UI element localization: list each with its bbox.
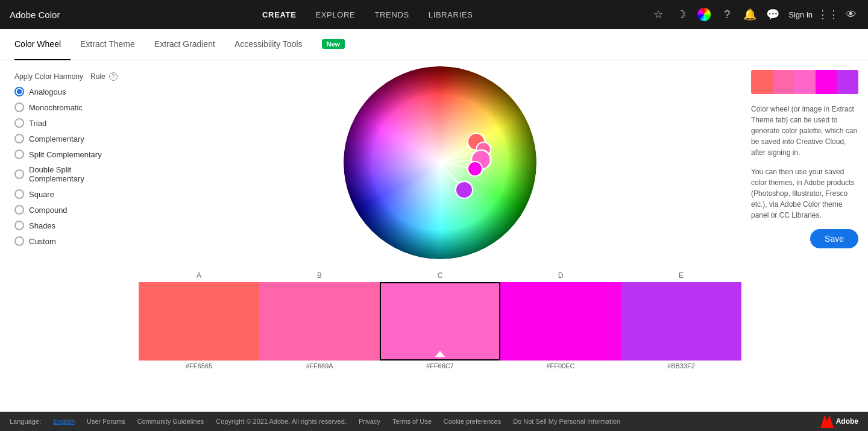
option-triad[interactable]: Triad xyxy=(14,118,127,128)
center-area: A B C D E #FF6565 #FF669A #FF66C7 #FF00E… xyxy=(139,60,741,412)
option-monochromatic[interactable]: Monochromatic xyxy=(14,102,127,112)
tab-new[interactable]: New xyxy=(312,29,355,60)
footer: Language: English User Forums Community … xyxy=(0,412,868,431)
footer-cookies[interactable]: Cookie preferences xyxy=(444,418,501,425)
nav-right-icons: ☆ ☽ ? 🔔 💬 Sign in ⋮⋮ 👁 xyxy=(651,7,858,22)
adobe-brand: Adobe xyxy=(836,417,858,426)
footer-copyright: Copyright © 2021 Adobe. All rights reser… xyxy=(216,418,347,425)
option-custom[interactable]: Custom xyxy=(14,236,127,246)
swatch-active-indicator xyxy=(435,351,445,357)
color-wheel[interactable] xyxy=(344,66,536,259)
radio-complementary xyxy=(14,134,24,143)
radio-split-complementary xyxy=(14,149,24,159)
preview-seg-4 xyxy=(816,70,837,94)
footer-language-label: Language: xyxy=(10,418,41,425)
preview-strip xyxy=(751,70,858,94)
main-layout: Apply Color Harmony Rule ? Analogous Mon… xyxy=(0,60,868,412)
hex-d: #FF00EC xyxy=(500,361,621,373)
star-icon[interactable]: ☆ xyxy=(651,7,665,22)
swatches-row xyxy=(139,282,741,360)
swatch-c[interactable] xyxy=(380,282,500,360)
right-panel: Color wheel (or image in Extract Theme t… xyxy=(741,60,868,412)
tab-color-wheel[interactable]: Color Wheel xyxy=(14,29,71,60)
top-nav: Adobe Color CREATE EXPLORE TRENDS LIBRAR… xyxy=(0,0,868,29)
harmony-options: Analogous Monochromatic Triad Complement… xyxy=(14,87,127,246)
footer-do-not-sell[interactable]: Do Not Sell My Personal Information xyxy=(513,418,620,425)
swatch-label-b: B xyxy=(259,271,380,282)
nav-libraries[interactable]: LIBRARIES xyxy=(429,10,473,19)
swatch-d[interactable] xyxy=(500,282,621,360)
preview-seg-3 xyxy=(794,70,816,94)
footer-user-forums[interactable]: User Forums xyxy=(87,418,125,425)
moon-icon[interactable]: ☽ xyxy=(674,7,688,22)
save-button[interactable]: Save xyxy=(810,229,858,248)
color-wheel-icon[interactable] xyxy=(697,7,711,22)
option-square[interactable]: Square xyxy=(14,189,127,199)
brand-name: Adobe Color xyxy=(10,10,60,20)
sidebar: Apply Color Harmony Rule ? Analogous Mon… xyxy=(0,60,139,412)
radio-analogous xyxy=(14,87,24,96)
option-compound[interactable]: Compound xyxy=(14,205,127,215)
footer-adobe-logo-area: Adobe xyxy=(820,415,858,428)
option-analogous[interactable]: Analogous xyxy=(14,87,127,96)
swatch-label-d: D xyxy=(500,271,621,282)
radio-double-split-complementary xyxy=(14,169,24,179)
tab-extract-theme[interactable]: Extract Theme xyxy=(71,29,145,60)
swatch-label-c: C xyxy=(380,271,500,282)
help-icon[interactable]: ? xyxy=(720,7,734,22)
preview-seg-5 xyxy=(837,70,858,94)
swatch-e[interactable] xyxy=(621,282,741,360)
hex-labels-row: #FF6565 #FF669A #FF66C7 #FF00EC #BB33F2 xyxy=(139,360,741,373)
swatch-b[interactable] xyxy=(259,282,380,360)
radio-shades xyxy=(14,221,24,230)
panel-description-1: Color wheel (or image in Extract Theme t… xyxy=(751,104,858,158)
hex-b: #FF669A xyxy=(259,361,380,373)
footer-privacy[interactable]: Privacy xyxy=(359,418,380,425)
sign-in-link[interactable]: Sign in xyxy=(788,10,813,19)
radio-triad xyxy=(14,118,24,128)
color-wheel-container[interactable] xyxy=(344,66,536,259)
swatch-labels: A B C D E xyxy=(139,271,741,282)
hex-c: #FF66C7 xyxy=(380,361,500,373)
tab-accessibility-tools[interactable]: Accessibility Tools xyxy=(225,29,312,60)
footer-community-guidelines[interactable]: Community Guidelines xyxy=(137,418,204,425)
swatches-area: A B C D E #FF6565 #FF669A #FF66C7 #FF00E… xyxy=(139,271,741,373)
tab-extract-gradient[interactable]: Extract Gradient xyxy=(145,29,225,60)
panel-description-2: You can then use your saved color themes… xyxy=(751,166,858,221)
hex-e: #BB33F2 xyxy=(621,361,741,373)
footer-terms[interactable]: Terms of Use xyxy=(392,418,432,425)
new-badge: New xyxy=(322,39,345,49)
profile-icon[interactable]: 👁 xyxy=(844,7,858,22)
option-shades[interactable]: Shades xyxy=(14,221,127,230)
option-complementary[interactable]: Complementary xyxy=(14,134,127,143)
chat-icon[interactable]: 💬 xyxy=(766,7,780,22)
radio-compound xyxy=(14,205,24,215)
option-double-split-complementary[interactable]: Double Split Complementary xyxy=(14,165,127,183)
option-split-complementary[interactable]: Split Complementary xyxy=(14,149,127,159)
radio-monochromatic xyxy=(14,102,24,112)
grid-icon[interactable]: ⋮⋮ xyxy=(821,7,835,22)
preview-seg-2 xyxy=(773,70,794,94)
nav-create[interactable]: CREATE xyxy=(262,10,296,19)
svg-point-10 xyxy=(468,162,482,176)
swatch-label-e: E xyxy=(621,271,741,282)
adobe-logo-icon xyxy=(820,415,834,428)
radio-custom xyxy=(14,236,24,246)
nav-links: CREATE EXPLORE TRENDS LIBRARIES xyxy=(84,10,651,19)
tabs-bar: Color Wheel Extract Theme Extract Gradie… xyxy=(0,29,868,60)
preview-seg-1 xyxy=(751,70,773,94)
nav-explore[interactable]: EXPLORE xyxy=(315,10,355,19)
harmony-help-icon[interactable]: ? xyxy=(109,72,118,81)
swatch-label-a: A xyxy=(139,271,259,282)
svg-point-11 xyxy=(456,181,473,198)
swatch-a[interactable] xyxy=(139,282,259,360)
hex-a: #FF6565 xyxy=(139,361,259,373)
nav-trends[interactable]: TRENDS xyxy=(374,10,409,19)
radio-square xyxy=(14,189,24,199)
harmony-rule-label: Apply Color Harmony Rule ? xyxy=(14,72,127,81)
footer-language-link[interactable]: English xyxy=(53,418,75,425)
notification-icon[interactable]: 🔔 xyxy=(743,7,757,22)
